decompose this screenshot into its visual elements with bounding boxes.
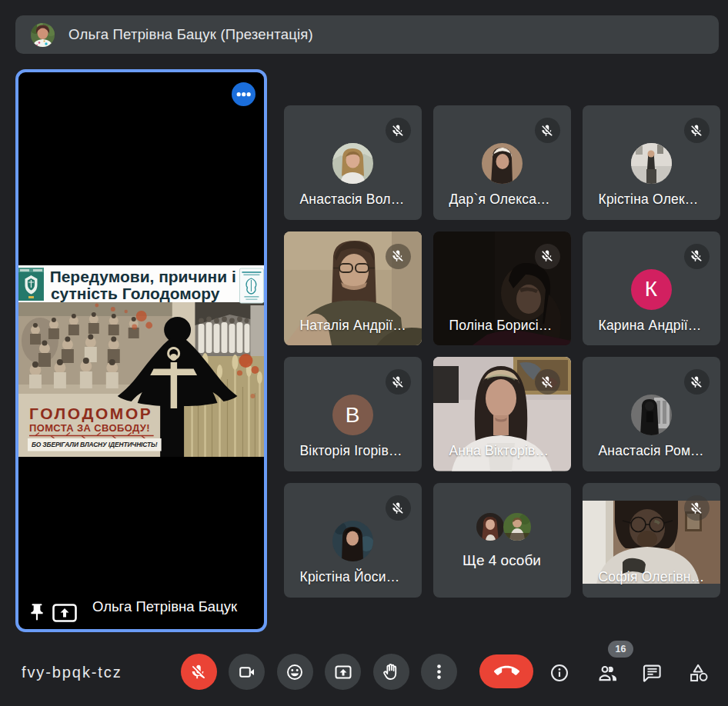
svg-text:ГОЛОДОМОР: ГОЛОДОМОР xyxy=(29,404,152,421)
svg-text:БО ЗБЕРІГАЛИ ВЛАСНУ ІДЕНТИЧНІС: БО ЗБЕРІГАЛИ ВЛАСНУ ІДЕНТИЧНІСТЬ! xyxy=(32,441,158,448)
svg-text:ПОМСТА ЗА СВОБОДУ!: ПОМСТА ЗА СВОБОДУ! xyxy=(29,421,150,433)
svg-text:сутність Голодомору: сутність Голодомору xyxy=(51,284,220,301)
svg-text:Передумови, причини і: Передумови, причини і xyxy=(50,268,236,285)
